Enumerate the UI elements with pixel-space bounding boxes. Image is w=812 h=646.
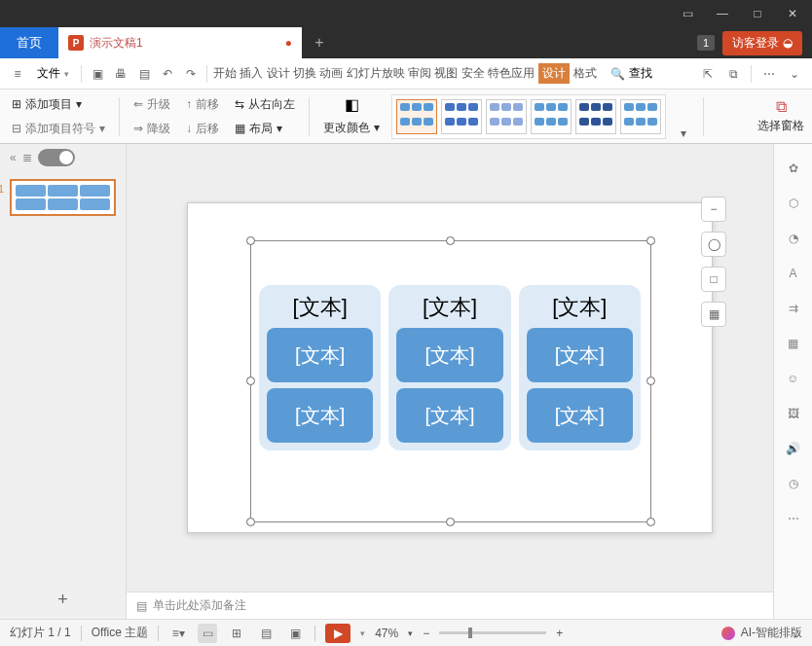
shape-circle-icon[interactable]: ◯: [701, 232, 726, 257]
style-option-4[interactable]: [531, 99, 572, 134]
tab-close-icon[interactable]: ●: [285, 36, 292, 50]
minimize-icon[interactable]: —: [711, 5, 734, 22]
demote-button: ⇒ 降级: [129, 119, 174, 139]
new-tab-button[interactable]: +: [302, 27, 337, 58]
collapse-panel-icon[interactable]: «: [10, 151, 17, 164]
resize-handle[interactable]: [446, 518, 455, 526]
sound-icon[interactable]: 🔊: [783, 438, 804, 459]
zoom-in-icon[interactable]: +: [556, 627, 563, 640]
ai-layout-button[interactable]: AI-智能排版: [741, 625, 802, 641]
style-option-6[interactable]: [620, 99, 661, 134]
notes-bar[interactable]: ▤ 单击此处添加备注: [127, 592, 773, 619]
resize-handle[interactable]: [646, 518, 655, 526]
sorter-view-icon[interactable]: ⊞: [227, 624, 246, 643]
undo-icon[interactable]: ↶: [158, 64, 177, 84]
tab-home[interactable]: 首页: [0, 27, 58, 58]
shape-square-icon[interactable]: □: [701, 267, 726, 292]
notes-icon: ▤: [136, 599, 147, 613]
selection-pane-icon[interactable]: ⧉: [776, 98, 787, 116]
style-option-3[interactable]: [486, 99, 527, 134]
layout-button[interactable]: ▦ 布局 ▾: [231, 119, 299, 139]
search-box[interactable]: 🔍查找: [610, 65, 652, 82]
resize-handle[interactable]: [646, 377, 655, 385]
zoom-value[interactable]: 47%: [375, 627, 398, 640]
view-menu-icon[interactable]: ≡▾: [168, 624, 188, 643]
close-icon[interactable]: ✕: [781, 5, 804, 22]
rtl-button[interactable]: ⇆ 从右向左: [231, 94, 299, 115]
ai-orb-icon: [721, 627, 735, 640]
presentation-icon: P: [68, 35, 84, 51]
doc-title: 演示文稿1: [90, 35, 143, 52]
zoom-slider[interactable]: [439, 631, 546, 634]
selection-pane-button[interactable]: 选择窗格: [757, 118, 804, 134]
resize-handle[interactable]: [246, 518, 255, 526]
chevron-down-icon[interactable]: ⌄: [785, 64, 804, 84]
backward-button: ↓ 后移: [182, 119, 223, 139]
minus-icon[interactable]: −: [701, 197, 726, 222]
template-icon[interactable]: ▦: [783, 333, 804, 354]
redo-icon[interactable]: ↷: [181, 64, 201, 84]
selection-box[interactable]: [250, 240, 651, 522]
add-slide-button[interactable]: +: [0, 580, 126, 619]
slide-number: 1: [0, 183, 4, 195]
settings-icon[interactable]: ✿: [783, 158, 804, 179]
tab-document[interactable]: P 演示文稿1 ●: [58, 27, 302, 58]
menu-icon[interactable]: ▭: [676, 5, 699, 22]
window-titlebar: ▭ — □ ✕: [0, 0, 812, 27]
slide-thumbnail-1[interactable]: 1: [10, 179, 116, 216]
resize-handle[interactable]: [446, 236, 455, 245]
flow-icon[interactable]: ⇉: [783, 298, 804, 319]
preview-icon[interactable]: ▤: [134, 64, 154, 84]
normal-view-icon[interactable]: ▭: [198, 624, 217, 643]
main-menu-items[interactable]: 开始 插入 设计 切换 动画 幻灯片放映 审阅 视图 安全 特色应用: [213, 65, 535, 82]
resize-handle[interactable]: [646, 236, 655, 245]
color-icon[interactable]: ◧: [345, 95, 359, 114]
tab-bar: 首页 P 演示文稿1 ● + 1 访客登录◒: [0, 27, 812, 58]
design-toolbar: ⊞ 添加项目 ▾ ⊟ 添加项目符号 ▾ ⇐ 升级 ⇒ 降级 ↑ 前移 ↓ 后移 …: [0, 90, 812, 144]
maximize-icon[interactable]: □: [746, 5, 769, 22]
outline-view-icon[interactable]: ≣: [22, 151, 32, 164]
play-button[interactable]: ▶: [325, 624, 351, 643]
menu-design[interactable]: 设计: [538, 63, 570, 84]
add-bullet-button[interactable]: ⊟ 添加项目符号 ▾: [8, 119, 109, 139]
zoom-out-icon[interactable]: −: [423, 627, 429, 640]
slide-canvas[interactable]: [文本] [文本] [文本] [文本] [文本] [文本] [文本] [文本] …: [187, 202, 713, 533]
menu-format[interactable]: 格式: [573, 65, 597, 82]
slideshow-view-icon[interactable]: ▣: [285, 624, 305, 643]
text-icon[interactable]: A: [783, 263, 804, 284]
app-menu-icon[interactable]: ≡: [8, 64, 27, 84]
change-color-button[interactable]: 更改颜色 ▾: [319, 118, 384, 138]
emoji-icon[interactable]: ☺: [783, 368, 804, 389]
collapse-icon[interactable]: ⧉: [723, 64, 743, 84]
more-icon[interactable]: ⋯: [759, 64, 779, 84]
save-icon[interactable]: ▣: [88, 64, 107, 84]
clock-icon[interactable]: ◷: [783, 473, 804, 494]
promote-button: ⇐ 升级: [129, 94, 174, 115]
image-icon[interactable]: 🖼: [783, 403, 804, 424]
resize-handle[interactable]: [246, 236, 255, 245]
cloud-icon[interactable]: ◔: [783, 228, 804, 249]
resize-handle[interactable]: [246, 377, 255, 385]
share-icon[interactable]: ⇱: [698, 64, 718, 84]
shape-grid-icon[interactable]: ▦: [701, 302, 726, 327]
style-option-5[interactable]: [575, 99, 616, 134]
print-icon[interactable]: 🖶: [111, 64, 130, 84]
search-icon: 🔍: [610, 67, 625, 81]
notes-hint[interactable]: 单击此处添加备注: [153, 597, 246, 614]
style-option-1[interactable]: [396, 99, 437, 134]
theme-name: Office 主题: [92, 625, 148, 641]
thumbnail-toggle[interactable]: [38, 149, 75, 166]
canvas-area[interactable]: [文本] [文本] [文本] [文本] [文本] [文本] [文本] [文本] …: [127, 144, 773, 592]
file-menu[interactable]: 文件▾: [31, 61, 75, 86]
menu-bar: ≡ 文件▾ ▣ 🖶 ▤ ↶ ↷ 开始 插入 设计 切换 动画 幻灯片放映 审阅 …: [0, 58, 812, 90]
main-area: « ≣ 1 +: [0, 144, 812, 619]
user-icon: ◒: [783, 36, 793, 50]
style-option-2[interactable]: [441, 99, 482, 134]
status-bar: 幻灯片 1 / 1 Office 主题 ≡▾ ▭ ⊞ ▤ ▣ ▶▾ 47%▾ −…: [0, 619, 812, 646]
more-tools-icon[interactable]: ⋯: [783, 508, 804, 529]
export-icon[interactable]: ⬡: [783, 193, 804, 214]
add-item-button[interactable]: ⊞ 添加项目 ▾: [8, 94, 109, 115]
reading-view-icon[interactable]: ▤: [256, 624, 276, 643]
login-button[interactable]: 访客登录◒: [722, 31, 802, 55]
gallery-expand-icon[interactable]: ▾: [674, 124, 693, 143]
